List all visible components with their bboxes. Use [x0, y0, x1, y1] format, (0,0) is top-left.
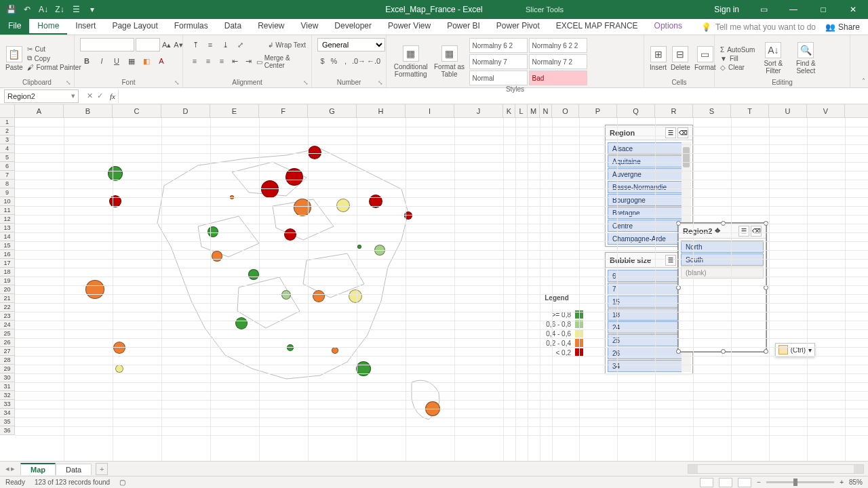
row-header[interactable]: 6 [0, 162, 15, 171]
row-header[interactable]: 3 [0, 136, 15, 144]
zoom-in-button[interactable]: + [840, 479, 844, 486]
sheet-tab-data[interactable]: Data [56, 464, 92, 475]
name-box[interactable]: Region2▾ [4, 89, 79, 103]
number-format-combo[interactable]: General [317, 38, 385, 52]
column-header[interactable]: C [113, 104, 161, 117]
normal-view-button[interactable] [700, 478, 713, 487]
clear-filter-icon[interactable]: ⌫ [751, 226, 762, 237]
dialog-launcher-icon[interactable]: ⤡ [378, 79, 383, 86]
wrap-text-button[interactable]: ↲Wrap Text [268, 38, 306, 52]
page-break-view-button[interactable] [738, 478, 751, 487]
column-header[interactable]: J [454, 104, 503, 117]
comma-button[interactable]: , [340, 54, 351, 68]
align-center-button[interactable]: ≡ [202, 54, 214, 68]
row-header[interactable]: 34 [0, 409, 15, 418]
sort-desc-icon[interactable]: Z↓ [54, 4, 65, 15]
column-header[interactable]: P [579, 104, 617, 117]
inc-decimal-button[interactable]: .0→ [352, 54, 366, 68]
font-size-combo[interactable] [136, 38, 160, 52]
style-cell[interactable]: Normalny 6 2 2 [529, 38, 587, 53]
column-header[interactable]: R [655, 104, 693, 117]
font-name-combo[interactable] [80, 38, 134, 52]
tab-file[interactable]: File [0, 19, 29, 35]
multi-select-icon[interactable]: ☰ [738, 226, 749, 237]
row-header[interactable]: 26 [0, 338, 15, 347]
tab-data[interactable]: Data [216, 19, 250, 35]
tab-insert[interactable]: Insert [67, 19, 104, 35]
column-header[interactable]: S [693, 104, 731, 117]
style-cell[interactable]: Normal [469, 70, 528, 85]
map-bubble[interactable] [349, 289, 362, 303]
dialog-launcher-icon[interactable]: ⤡ [303, 79, 309, 86]
column-header[interactable]: G [308, 104, 357, 117]
row-header[interactable]: 11 [0, 206, 15, 215]
slicer-item[interactable]: Bretagne [608, 207, 690, 219]
column-header[interactable]: E [210, 104, 259, 117]
cell-styles-gallery[interactable]: Normalny 6 2 Normalny 6 2 2 Normalny 7 N… [469, 38, 638, 85]
indent-dec-button[interactable]: ⇤ [229, 54, 241, 68]
row-header[interactable]: 18 [0, 268, 15, 277]
align-bottom-button[interactable]: ⤓ [218, 38, 232, 52]
tab-power-pivot[interactable]: Power Pivot [488, 19, 548, 35]
shrink-font-button[interactable]: A▾ [173, 38, 183, 52]
map-bubble[interactable] [208, 226, 218, 237]
tab-view[interactable]: View [293, 19, 327, 35]
style-cell[interactable]: Normalny 7 [469, 54, 528, 69]
tab-options[interactable]: Options [646, 19, 690, 35]
row-header[interactable]: 30 [0, 373, 15, 382]
fill-button[interactable]: ▼ Fill [720, 55, 755, 62]
ribbon-display-icon[interactable]: ▭ [749, 0, 778, 19]
share-button[interactable]: 👥Share [825, 19, 868, 35]
map-bubble[interactable] [85, 280, 104, 299]
maximize-icon[interactable]: □ [808, 0, 838, 19]
clear-filter-icon[interactable]: ⌫ [677, 127, 688, 138]
column-header[interactable]: K [503, 104, 515, 117]
autosum-button[interactable]: Σ AutoSum [720, 46, 755, 54]
column-header[interactable]: F [259, 104, 308, 117]
row-header[interactable]: 7 [0, 171, 15, 180]
column-header[interactable]: H [357, 104, 406, 117]
sheet-nav-next-icon[interactable]: ▸ [11, 464, 15, 473]
map-bubble[interactable] [212, 251, 222, 262]
tab-power-view[interactable]: Power View [380, 19, 439, 35]
row-header[interactable]: 15 [0, 241, 15, 250]
orientation-button[interactable]: ⤢ [233, 38, 247, 52]
sort-filter-button[interactable]: A↓Sort & Filter [759, 42, 787, 75]
zoom-level[interactable]: 85% [849, 479, 863, 486]
dialog-launcher-icon[interactable]: ⤡ [66, 79, 71, 86]
slicer-item[interactable]: 34 [608, 360, 690, 372]
currency-button[interactable]: $ [317, 54, 328, 68]
horizontal-scrollbar[interactable] [688, 464, 864, 474]
map-bubble[interactable] [294, 199, 311, 216]
select-all-corner[interactable] [0, 104, 15, 117]
row-header[interactable]: 21 [0, 294, 15, 303]
close-icon[interactable]: ✕ [838, 0, 868, 19]
scroll-left-icon[interactable] [688, 465, 698, 473]
save-icon[interactable]: 💾 [5, 4, 16, 15]
tab-page-layout[interactable]: Page Layout [104, 19, 165, 35]
tell-me-search[interactable]: 💡Tell me what you want to do [690, 19, 816, 35]
clear-button[interactable]: ◇ Clear [720, 64, 755, 71]
zoom-slider[interactable] [766, 481, 834, 483]
chevron-down-icon[interactable]: ▾ [71, 92, 75, 100]
percent-button[interactable]: % [329, 54, 339, 68]
row-header[interactable]: 16 [0, 250, 15, 259]
bold-button[interactable]: B [80, 54, 94, 68]
tab-formulas[interactable]: Formulas [166, 19, 216, 35]
style-cell[interactable]: Normalny 6 2 [469, 38, 528, 53]
multi-select-icon[interactable]: ☰ [665, 127, 676, 138]
format-painter-button[interactable]: 🖌 Format Painter [27, 64, 81, 71]
font-color-button[interactable]: A [155, 54, 168, 68]
sheet-nav-prev-icon[interactable]: ◂ [5, 464, 9, 473]
grow-font-button[interactable]: A▴ [161, 38, 172, 52]
row-header[interactable]: 25 [0, 329, 15, 338]
tab-power-bi[interactable]: Power BI [439, 19, 488, 35]
underline-button[interactable]: U [110, 54, 123, 68]
cut-button[interactable]: ✂ Cut [27, 45, 81, 53]
align-top-button[interactable]: ⤒ [189, 38, 202, 52]
sort-asc-icon[interactable]: A↓ [38, 4, 49, 15]
format-cells-button[interactable]: ▭Format [694, 46, 716, 71]
border-button[interactable]: ▦ [125, 54, 138, 68]
map-bubble[interactable] [332, 347, 338, 354]
row-header[interactable]: 22 [0, 303, 15, 312]
